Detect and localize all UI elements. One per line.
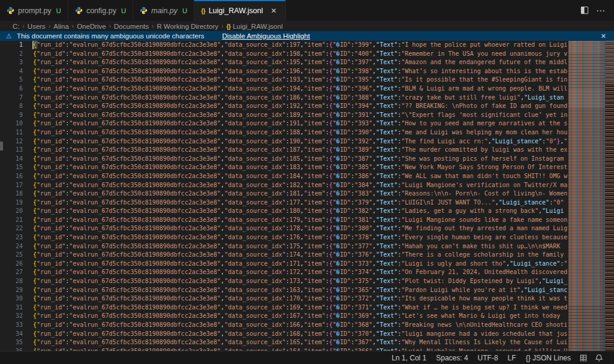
tab-prompt-py[interactable]: prompt.py U — [0, 0, 68, 21]
status-bar: Ln 1, Col 1 Spaces: 4 UTF-8 LF {} JSON L… — [0, 351, 614, 364]
line-number: 28 — [0, 277, 23, 286]
tab-close-icon[interactable]: ✕ — [269, 6, 278, 16]
code-line[interactable]: 28{"run_id":"evalrun_67d5cfbc350c8190890… — [0, 277, 568, 286]
bell-icon[interactable] — [591, 354, 607, 362]
code-line[interactable]: 17{"run_id":"evalrun_67d5cfbc350c8190890… — [0, 181, 568, 190]
editor-actions: ⋯ — [571, 0, 614, 21]
tab-label: prompt.py — [18, 7, 52, 15]
minimap-slider[interactable] — [568, 41, 605, 108]
code-line[interactable]: 22{"run_id":"evalrun_67d5cfbc350c8190890… — [0, 224, 568, 233]
breadcrumb-item[interactable]: R Working Directory — [156, 23, 220, 30]
code-line[interactable]: 16{"run_id":"evalrun_67d5cfbc350c8190890… — [0, 172, 568, 181]
code-line[interactable]: 27{"run_id":"evalrun_67d5cfbc350c8190890… — [0, 268, 568, 277]
vscode-window: prompt.py U config.py U main.py U {} Lui… — [0, 0, 614, 364]
indentation-status[interactable]: Spaces: 4 — [431, 354, 472, 362]
code-line[interactable]: 1{"run_id":"evalrun_67d5cfbc350c8190890d… — [0, 41, 568, 50]
line-number: 36 — [0, 347, 23, 351]
breadcrumb-item[interactable]: Documents — [113, 23, 150, 30]
editor-pane: 1{"run_id":"evalrun_67d5cfbc350c8190890d… — [0, 41, 614, 351]
breadcrumb-item[interactable]: Alina — [52, 23, 70, 30]
minimap[interactable] — [568, 41, 605, 351]
code-line[interactable]: 33{"run_id":"evalrun_67d5cfbc350c8190890… — [0, 321, 568, 330]
code-line[interactable]: 26{"run_id":"evalrun_67d5cfbc350c8190890… — [0, 260, 568, 269]
code-line[interactable]: 25{"run_id":"evalrun_67d5cfbc350c8190890… — [0, 251, 568, 260]
tab-config-py[interactable]: config.py U — [68, 0, 133, 21]
language-mode-status[interactable]: {} JSON Lines — [521, 354, 576, 362]
code-line[interactable]: 13{"run_id":"evalrun_67d5cfbc350c8190890… — [0, 146, 568, 155]
breadcrumb-item[interactable]: C: — [11, 23, 21, 30]
code-line[interactable]: 31{"run_id":"evalrun_67d5cfbc350c8190890… — [0, 303, 568, 312]
text-cursor — [32, 41, 34, 49]
line-number: 7 — [0, 94, 23, 103]
line-number: 8 — [0, 102, 23, 111]
code-line[interactable]: 36{"run_id":"evalrun_67d5cfbc350c8190890… — [0, 347, 568, 351]
breadcrumb-filename: Luigi_RAW.jsonl — [233, 23, 282, 30]
code-line[interactable]: 18{"run_id":"evalrun_67d5cfbc350c8190890… — [0, 189, 568, 198]
code-line[interactable]: 32{"run_id":"evalrun_67d5cfbc350c8190890… — [0, 312, 568, 321]
tab-label: config.py — [86, 7, 116, 15]
line-number: 32 — [0, 312, 23, 321]
breadcrumb: C: › Users › Alina › OneDrive › Document… — [0, 21, 614, 31]
breadcrumb-item[interactable]: OneDrive — [76, 23, 107, 30]
code-line[interactable]: 14{"run_id":"evalrun_67d5cfbc350c8190890… — [0, 155, 568, 164]
code-line[interactable]: 4{"run_id":"evalrun_67d5cfbc350c8190890d… — [0, 67, 568, 76]
code-area[interactable]: 1{"run_id":"evalrun_67d5cfbc350c8190890d… — [0, 41, 568, 351]
code-line[interactable]: 35{"run_id":"evalrun_67d5cfbc350c8190890… — [0, 338, 568, 347]
code-line[interactable]: 2{"run_id":"evalrun_67d5cfbc350c8190890d… — [0, 50, 568, 59]
code-line[interactable]: 20{"run_id":"evalrun_67d5cfbc350c8190890… — [0, 207, 568, 216]
code-line[interactable]: 10{"run_id":"evalrun_67d5cfbc350c8190890… — [0, 119, 568, 128]
json-file-icon: {} — [227, 23, 231, 30]
breadcrumb-separator: › — [48, 23, 51, 29]
code-line[interactable]: 23{"run_id":"evalrun_67d5cfbc350c8190890… — [0, 233, 568, 242]
code-line[interactable]: 11{"run_id":"evalrun_67d5cfbc350c8190890… — [0, 128, 568, 137]
code-line[interactable]: 6{"run_id":"evalrun_67d5cfbc350c8190890d… — [0, 85, 568, 94]
code-line[interactable]: 8{"run_id":"evalrun_67d5cfbc350c8190890d… — [0, 102, 568, 111]
line-number: 22 — [0, 224, 23, 233]
line-number: 1 — [0, 41, 23, 50]
breadcrumb-item-file[interactable]: {} Luigi_RAW.jsonl — [225, 23, 284, 30]
line-number: 33 — [0, 321, 23, 330]
gutter-decoration — [0, 142, 3, 151]
disable-ambiguous-highlight-link[interactable]: Disable Ambiguous Highlight — [222, 32, 309, 40]
overview-ruler-scrollbar[interactable] — [605, 41, 614, 351]
line-number: 21 — [0, 216, 23, 225]
python-icon — [7, 7, 14, 14]
breadcrumb-item[interactable]: Users — [26, 23, 47, 30]
tab-label: main.py — [151, 7, 177, 15]
breadcrumb-separator: › — [22, 23, 25, 29]
scrollbar-thumb[interactable] — [605, 41, 614, 83]
tab-main-py[interactable]: main.py U — [133, 0, 194, 21]
encoding-status[interactable]: UTF-8 — [473, 354, 503, 362]
eol-status[interactable]: LF — [503, 354, 521, 362]
breadcrumb-separator: › — [71, 23, 74, 29]
banner-close-icon[interactable]: ✕ — [599, 32, 608, 40]
python-icon — [140, 7, 148, 14]
line-number: 18 — [0, 189, 23, 198]
more-actions-icon[interactable]: ⋯ — [596, 5, 606, 16]
code-line[interactable]: 3{"run_id":"evalrun_67d5cfbc350c8190890d… — [0, 58, 568, 67]
breadcrumb-separator: › — [109, 23, 112, 29]
code-line[interactable]: 24{"run_id":"evalrun_67d5cfbc350c8190890… — [0, 242, 568, 251]
cursor-position-status[interactable]: Ln 1, Col 1 — [387, 354, 431, 362]
git-status-badge: U — [56, 7, 61, 14]
code-line[interactable]: 5{"run_id":"evalrun_67d5cfbc350c8190890d… — [0, 76, 568, 85]
tab-luigi-raw-jsonl[interactable]: {} Luigi_RAW.jsonl ✕ — [194, 0, 285, 21]
split-editor-icon[interactable] — [580, 6, 589, 15]
line-number: 5 — [0, 76, 23, 85]
line-number: 26 — [0, 260, 23, 269]
code-line[interactable]: 34{"run_id":"evalrun_67d5cfbc350c8190890… — [0, 330, 568, 339]
code-line[interactable]: 19{"run_id":"evalrun_67d5cfbc350c8190890… — [0, 198, 568, 207]
table-icon[interactable] — [576, 354, 591, 362]
code-line[interactable]: 12{"run_id":"evalrun_67d5cfbc350c8190890… — [0, 137, 568, 146]
code-line[interactable]: 30{"run_id":"evalrun_67d5cfbc350c8190890… — [0, 294, 568, 303]
line-number: 6 — [0, 85, 23, 94]
line-number: 3 — [0, 58, 23, 67]
line-number: 12 — [0, 137, 23, 146]
tab-label: Luigi_RAW.jsonl — [209, 7, 263, 15]
code-line[interactable]: 21{"run_id":"evalrun_67d5cfbc350c8190890… — [0, 216, 568, 225]
code-line[interactable]: 29{"run_id":"evalrun_67d5cfbc350c8190890… — [0, 286, 568, 295]
code-line[interactable]: 15{"run_id":"evalrun_67d5cfbc350c8190890… — [0, 163, 568, 172]
code-line[interactable]: 9{"run_id":"evalrun_67d5cfbc350c8190890d… — [0, 111, 568, 120]
line-number: 31 — [0, 303, 23, 312]
code-line[interactable]: 7{"run_id":"evalrun_67d5cfbc350c8190890d… — [0, 94, 568, 103]
